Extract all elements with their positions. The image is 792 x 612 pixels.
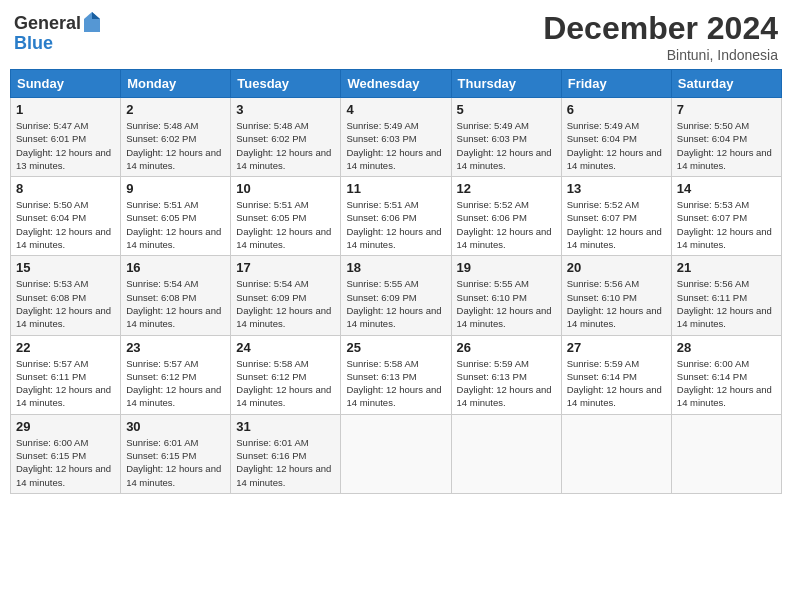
day-info: Sunrise: 5:55 AM Sunset: 6:09 PM Dayligh… <box>346 277 445 330</box>
calendar-day-header: Wednesday <box>341 70 451 98</box>
day-number: 13 <box>567 181 666 196</box>
day-number: 10 <box>236 181 335 196</box>
location-subtitle: Bintuni, Indonesia <box>543 47 778 63</box>
calendar-cell: 23 Sunrise: 5:57 AM Sunset: 6:12 PM Dayl… <box>121 335 231 414</box>
calendar-cell: 24 Sunrise: 5:58 AM Sunset: 6:12 PM Dayl… <box>231 335 341 414</box>
calendar-day-header: Tuesday <box>231 70 341 98</box>
logo-general-text: General <box>14 14 81 34</box>
calendar-day-header: Thursday <box>451 70 561 98</box>
calendar-cell <box>671 414 781 493</box>
day-info: Sunrise: 5:58 AM Sunset: 6:12 PM Dayligh… <box>236 357 335 410</box>
day-info: Sunrise: 5:51 AM Sunset: 6:05 PM Dayligh… <box>236 198 335 251</box>
day-info: Sunrise: 5:51 AM Sunset: 6:05 PM Dayligh… <box>126 198 225 251</box>
day-number: 31 <box>236 419 335 434</box>
calendar-cell: 14 Sunrise: 5:53 AM Sunset: 6:07 PM Dayl… <box>671 177 781 256</box>
day-number: 7 <box>677 102 776 117</box>
day-number: 28 <box>677 340 776 355</box>
calendar-cell: 29 Sunrise: 6:00 AM Sunset: 6:15 PM Dayl… <box>11 414 121 493</box>
day-number: 20 <box>567 260 666 275</box>
day-number: 22 <box>16 340 115 355</box>
month-title: December 2024 <box>543 10 778 47</box>
day-info: Sunrise: 5:56 AM Sunset: 6:11 PM Dayligh… <box>677 277 776 330</box>
calendar-day-header: Friday <box>561 70 671 98</box>
calendar-table: SundayMondayTuesdayWednesdayThursdayFrid… <box>10 69 782 494</box>
calendar-cell: 7 Sunrise: 5:50 AM Sunset: 6:04 PM Dayli… <box>671 98 781 177</box>
day-number: 2 <box>126 102 225 117</box>
day-number: 23 <box>126 340 225 355</box>
day-info: Sunrise: 5:59 AM Sunset: 6:13 PM Dayligh… <box>457 357 556 410</box>
calendar-day-header: Sunday <box>11 70 121 98</box>
day-info: Sunrise: 5:52 AM Sunset: 6:07 PM Dayligh… <box>567 198 666 251</box>
day-number: 12 <box>457 181 556 196</box>
day-number: 26 <box>457 340 556 355</box>
calendar-header-row: SundayMondayTuesdayWednesdayThursdayFrid… <box>11 70 782 98</box>
calendar-cell: 8 Sunrise: 5:50 AM Sunset: 6:04 PM Dayli… <box>11 177 121 256</box>
day-info: Sunrise: 5:49 AM Sunset: 6:03 PM Dayligh… <box>346 119 445 172</box>
calendar-cell: 2 Sunrise: 5:48 AM Sunset: 6:02 PM Dayli… <box>121 98 231 177</box>
day-info: Sunrise: 6:01 AM Sunset: 6:15 PM Dayligh… <box>126 436 225 489</box>
day-info: Sunrise: 5:49 AM Sunset: 6:03 PM Dayligh… <box>457 119 556 172</box>
day-number: 3 <box>236 102 335 117</box>
day-info: Sunrise: 5:59 AM Sunset: 6:14 PM Dayligh… <box>567 357 666 410</box>
calendar-cell: 18 Sunrise: 5:55 AM Sunset: 6:09 PM Dayl… <box>341 256 451 335</box>
logo-blue-text: Blue <box>14 34 101 54</box>
title-area: December 2024 Bintuni, Indonesia <box>543 10 778 63</box>
calendar-cell: 13 Sunrise: 5:52 AM Sunset: 6:07 PM Dayl… <box>561 177 671 256</box>
day-info: Sunrise: 5:47 AM Sunset: 6:01 PM Dayligh… <box>16 119 115 172</box>
calendar-cell: 6 Sunrise: 5:49 AM Sunset: 6:04 PM Dayli… <box>561 98 671 177</box>
calendar-cell: 27 Sunrise: 5:59 AM Sunset: 6:14 PM Dayl… <box>561 335 671 414</box>
day-number: 18 <box>346 260 445 275</box>
day-number: 17 <box>236 260 335 275</box>
day-number: 21 <box>677 260 776 275</box>
calendar-cell: 9 Sunrise: 5:51 AM Sunset: 6:05 PM Dayli… <box>121 177 231 256</box>
day-number: 27 <box>567 340 666 355</box>
calendar-cell: 30 Sunrise: 6:01 AM Sunset: 6:15 PM Dayl… <box>121 414 231 493</box>
calendar-week-row: 22 Sunrise: 5:57 AM Sunset: 6:11 PM Dayl… <box>11 335 782 414</box>
calendar-cell: 28 Sunrise: 6:00 AM Sunset: 6:14 PM Dayl… <box>671 335 781 414</box>
day-number: 24 <box>236 340 335 355</box>
calendar-cell: 21 Sunrise: 5:56 AM Sunset: 6:11 PM Dayl… <box>671 256 781 335</box>
calendar-week-row: 8 Sunrise: 5:50 AM Sunset: 6:04 PM Dayli… <box>11 177 782 256</box>
calendar-cell: 16 Sunrise: 5:54 AM Sunset: 6:08 PM Dayl… <box>121 256 231 335</box>
calendar-cell: 3 Sunrise: 5:48 AM Sunset: 6:02 PM Dayli… <box>231 98 341 177</box>
day-info: Sunrise: 5:49 AM Sunset: 6:04 PM Dayligh… <box>567 119 666 172</box>
day-info: Sunrise: 5:51 AM Sunset: 6:06 PM Dayligh… <box>346 198 445 251</box>
day-info: Sunrise: 5:56 AM Sunset: 6:10 PM Dayligh… <box>567 277 666 330</box>
calendar-cell: 1 Sunrise: 5:47 AM Sunset: 6:01 PM Dayli… <box>11 98 121 177</box>
day-info: Sunrise: 5:50 AM Sunset: 6:04 PM Dayligh… <box>16 198 115 251</box>
calendar-cell: 4 Sunrise: 5:49 AM Sunset: 6:03 PM Dayli… <box>341 98 451 177</box>
day-info: Sunrise: 5:53 AM Sunset: 6:07 PM Dayligh… <box>677 198 776 251</box>
page-header: General Blue December 2024 Bintuni, Indo… <box>10 10 782 63</box>
day-info: Sunrise: 5:55 AM Sunset: 6:10 PM Dayligh… <box>457 277 556 330</box>
day-info: Sunrise: 5:57 AM Sunset: 6:11 PM Dayligh… <box>16 357 115 410</box>
day-number: 30 <box>126 419 225 434</box>
calendar-cell <box>341 414 451 493</box>
day-info: Sunrise: 5:54 AM Sunset: 6:09 PM Dayligh… <box>236 277 335 330</box>
calendar-cell: 10 Sunrise: 5:51 AM Sunset: 6:05 PM Dayl… <box>231 177 341 256</box>
day-number: 19 <box>457 260 556 275</box>
day-number: 8 <box>16 181 115 196</box>
day-info: Sunrise: 6:00 AM Sunset: 6:15 PM Dayligh… <box>16 436 115 489</box>
day-info: Sunrise: 5:52 AM Sunset: 6:06 PM Dayligh… <box>457 198 556 251</box>
day-info: Sunrise: 5:53 AM Sunset: 6:08 PM Dayligh… <box>16 277 115 330</box>
day-number: 11 <box>346 181 445 196</box>
day-info: Sunrise: 5:48 AM Sunset: 6:02 PM Dayligh… <box>126 119 225 172</box>
day-number: 25 <box>346 340 445 355</box>
day-number: 9 <box>126 181 225 196</box>
calendar-cell: 19 Sunrise: 5:55 AM Sunset: 6:10 PM Dayl… <box>451 256 561 335</box>
calendar-cell: 11 Sunrise: 5:51 AM Sunset: 6:06 PM Dayl… <box>341 177 451 256</box>
calendar-cell: 25 Sunrise: 5:58 AM Sunset: 6:13 PM Dayl… <box>341 335 451 414</box>
calendar-cell: 17 Sunrise: 5:54 AM Sunset: 6:09 PM Dayl… <box>231 256 341 335</box>
calendar-cell: 20 Sunrise: 5:56 AM Sunset: 6:10 PM Dayl… <box>561 256 671 335</box>
day-info: Sunrise: 5:48 AM Sunset: 6:02 PM Dayligh… <box>236 119 335 172</box>
day-number: 14 <box>677 181 776 196</box>
calendar-day-header: Saturday <box>671 70 781 98</box>
calendar-week-row: 29 Sunrise: 6:00 AM Sunset: 6:15 PM Dayl… <box>11 414 782 493</box>
calendar-cell: 22 Sunrise: 5:57 AM Sunset: 6:11 PM Dayl… <box>11 335 121 414</box>
calendar-day-header: Monday <box>121 70 231 98</box>
calendar-week-row: 1 Sunrise: 5:47 AM Sunset: 6:01 PM Dayli… <box>11 98 782 177</box>
day-info: Sunrise: 5:50 AM Sunset: 6:04 PM Dayligh… <box>677 119 776 172</box>
calendar-week-row: 15 Sunrise: 5:53 AM Sunset: 6:08 PM Dayl… <box>11 256 782 335</box>
calendar-cell: 5 Sunrise: 5:49 AM Sunset: 6:03 PM Dayli… <box>451 98 561 177</box>
calendar-cell: 15 Sunrise: 5:53 AM Sunset: 6:08 PM Dayl… <box>11 256 121 335</box>
